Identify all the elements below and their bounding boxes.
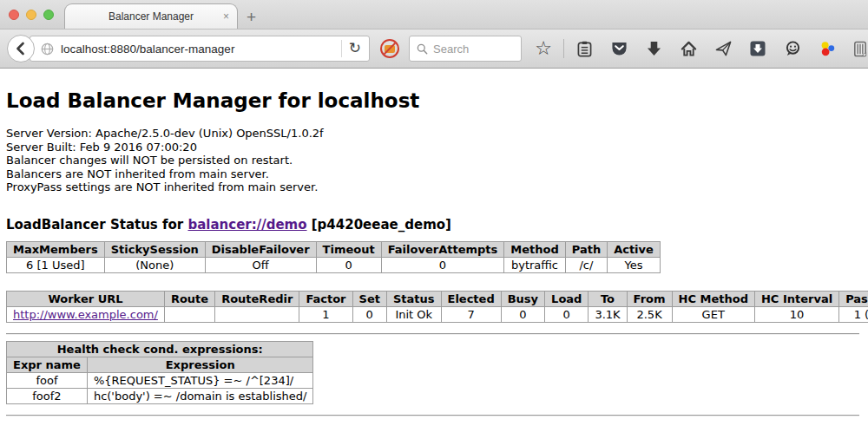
table-row: foof2 hc('body') =~ /domain is establish… — [7, 388, 313, 403]
column-header: Expr name — [7, 357, 88, 372]
column-header: Elected — [441, 291, 501, 306]
send-paper-plane-icon[interactable] — [713, 39, 733, 58]
video-download-helper-icon[interactable] — [748, 39, 767, 58]
expression-cell: %{REQUEST_STATUS} =~ /^[234]/ — [87, 372, 313, 388]
balancer-settings-table: MaxMembers StickySession DisableFailover… — [6, 241, 661, 273]
downloads-icon[interactable] — [644, 39, 663, 58]
sticky-session-cell: (None) — [104, 257, 205, 272]
window-controls — [9, 10, 54, 20]
disable-failover-cell: Off — [205, 257, 316, 272]
expr-name-cell: foof — [7, 372, 88, 388]
max-members-cell: 6 [1 Used] — [7, 257, 105, 272]
column-header: Busy — [501, 291, 544, 306]
column-header: Status — [386, 291, 441, 306]
column-header: DisableFailover — [205, 241, 316, 257]
site-identity-globe-icon — [41, 43, 54, 56]
plugin-blocked-icon[interactable] — [380, 39, 399, 58]
worker-url-cell: http://www.example.com/ — [7, 306, 165, 322]
reading-list-clipboard-icon[interactable] — [575, 39, 594, 58]
title-bar: Balancer Manager × + — [0, 0, 868, 29]
column-header: Set — [352, 291, 386, 306]
tab-close-icon[interactable]: × — [223, 11, 229, 22]
method-cell: bytraffic — [504, 257, 565, 272]
load-cell: 0 — [545, 306, 589, 322]
column-header: Load — [545, 291, 589, 306]
zoom-window-button[interactable] — [43, 10, 54, 20]
hc-interval-cell: 10 — [754, 306, 838, 322]
status-heading-prefix: LoadBalancer Status for — [6, 217, 187, 233]
urlbar-divider — [341, 40, 342, 57]
table-caption-row: Health check cond. expressions: — [7, 341, 313, 357]
worker-url-link[interactable]: http://www.example.com/ — [13, 308, 158, 321]
home-icon[interactable] — [679, 39, 698, 58]
expr-name-cell: foof2 — [7, 388, 88, 403]
set-cell: 0 — [352, 306, 386, 322]
balancers-warning-line: Balancers are NOT inherited from main se… — [6, 167, 859, 181]
server-info: Server Version: Apache/2.5.0-dev (Unix) … — [6, 127, 859, 194]
server-version-line: Server Version: Apache/2.5.0-dev (Unix) … — [6, 127, 859, 141]
worker-status-table: Worker URL Route RouteRedir Factor Set S… — [6, 291, 868, 323]
column-header: RouteRedir — [215, 291, 299, 306]
back-arrow-icon — [14, 42, 28, 56]
health-table-caption: Health check cond. expressions: — [7, 341, 313, 357]
navigation-toolbar: ↻ ☆ — [0, 29, 868, 69]
path-cell: /c/ — [565, 257, 607, 272]
table-header-row: Expr name Expression — [7, 357, 313, 372]
column-header: Passes — [839, 291, 868, 306]
page-title: Load Balancer Manager for localhost — [6, 69, 859, 112]
chat-smiley-icon[interactable] — [783, 39, 802, 58]
elected-cell: 7 — [441, 306, 501, 322]
toolbar-icons: ☆ — [534, 39, 868, 58]
to-cell: 3.1K — [589, 306, 627, 322]
factor-cell: 1 — [299, 306, 352, 322]
column-header: Factor — [299, 291, 352, 306]
status-heading-suffix: [p4420eeae_demo] — [307, 217, 451, 233]
url-input[interactable] — [61, 43, 339, 56]
column-header: Active — [608, 241, 661, 257]
bookmark-star-icon[interactable]: ☆ — [534, 39, 553, 58]
loadbalancer-status-heading: LoadBalancer Status for balancer://demo … — [6, 217, 859, 233]
column-header: Worker URL — [7, 291, 165, 306]
column-header: Path — [565, 241, 607, 257]
table-header-row: Worker URL Route RouteRedir Factor Set S… — [7, 291, 868, 306]
proxypass-warning-line: ProxyPass settings are NOT inherited fro… — [6, 180, 859, 194]
reload-icon[interactable]: ↻ — [347, 41, 369, 57]
minimize-window-button[interactable] — [26, 10, 36, 20]
server-built-line: Server Built: Feb 9 2016 07:00:20 — [6, 141, 859, 154]
column-header: Timeout — [316, 241, 381, 257]
new-tab-button[interactable]: + — [247, 9, 256, 25]
column-header: HC Interval — [754, 291, 838, 306]
table-row: http://www.example.com/ 1 0 Init Ok 7 0 … — [7, 306, 868, 322]
column-header: HC Method — [672, 291, 754, 306]
table-row: 6 [1 Used] (None) Off 0 0 bytraffic /c/ … — [7, 257, 661, 272]
status-cell: Init Ok — [386, 306, 441, 322]
notes-container-icon[interactable] — [852, 39, 868, 58]
url-bar[interactable]: ↻ — [30, 36, 370, 62]
page-content: Load Balancer Manager for localhost Serv… — [0, 69, 868, 416]
table-header-row: MaxMembers StickySession DisableFailover… — [7, 241, 661, 257]
close-window-button[interactable] — [9, 10, 19, 20]
timeout-cell: 0 — [316, 257, 381, 272]
busy-cell: 0 — [501, 306, 544, 322]
column-header: Expression — [87, 357, 313, 372]
column-header: FailoverAttempts — [381, 241, 504, 257]
hc-method-cell: GET — [672, 306, 754, 322]
column-header: To — [589, 291, 627, 306]
search-bar[interactable] — [409, 36, 522, 62]
active-cell: Yes — [608, 257, 661, 272]
pocket-icon[interactable] — [609, 39, 628, 58]
expression-cell: hc('body') =~ /domain is established/ — [87, 388, 313, 403]
back-button[interactable] — [7, 35, 35, 62]
tab-balancer-manager[interactable]: Balancer Manager × — [64, 3, 238, 29]
health-check-expressions-table: Health check cond. expressions: Expr nam… — [6, 341, 313, 404]
route-cell — [164, 306, 214, 322]
section-divider — [6, 415, 859, 416]
search-input[interactable] — [433, 43, 511, 56]
failover-attempts-cell: 0 — [381, 257, 504, 272]
column-header: Method — [504, 241, 565, 257]
persist-warning-line: Balancer changes will NOT be persisted o… — [6, 154, 859, 167]
search-icon — [417, 43, 428, 55]
column-header: From — [627, 291, 672, 306]
balancer-demo-link[interactable]: balancer://demo — [187, 217, 306, 233]
colored-dots-extension-icon[interactable] — [818, 39, 837, 58]
